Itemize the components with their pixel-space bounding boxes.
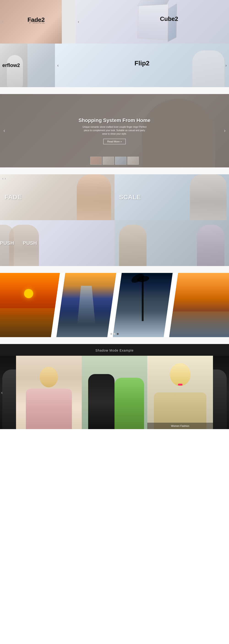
grid-push2-box [114,220,229,266]
demo-flip2-box: ‹ Flip2 › [55,44,229,87]
demo-fade2-box: ‹ Fade2 Fade2 [0,0,62,44]
landscape-strip-4 [169,273,229,337]
shadow-gallery: ‹ [0,356,229,429]
shadow-item-5 [213,356,229,429]
grid-push1-box: PUSH PUSH [0,220,114,266]
grid-push2-label-inline: PUSH [23,240,37,246]
hero-content: Shopping System From Home Unique romanti… [0,94,229,168]
grid-fade-right-arrow[interactable]: › [5,176,6,180]
hero-thumb-4[interactable] [127,157,139,165]
hero-subtitle: Unique romantic stone crafted lover coup… [82,125,147,136]
flip2-label: Flip2 [134,60,149,67]
flip2-right-arrow[interactable]: › [225,63,227,68]
grid-fade-box: ‹ › FADE [0,174,114,220]
hero-nav-left[interactable]: ‹ [3,128,5,134]
hero-thumb-2[interactable] [103,157,114,165]
grid-fade-label: FADE [4,194,22,201]
demo-overflow2-box: erflow2 [0,44,27,87]
hero-thumb-3[interactable] [115,157,126,165]
gap-3 [0,266,229,273]
shadow-title: Shadow Mode Example [0,348,229,352]
flip2-left-arrow[interactable]: ‹ [57,63,59,68]
shadow-item-3 [82,356,148,429]
shadow-nav-left[interactable]: ‹ [1,390,3,395]
grid-push1-label: PUSH [0,240,14,246]
landscape-dot-1[interactable] [110,333,112,335]
women-fashion-caption: Women Fashion [147,423,213,429]
grid-scale-label: SCALE [119,194,141,201]
grid-sliders: ‹ › FADE SCALE PUSH PUSH [0,174,229,266]
gap-4 [0,337,229,344]
landscape-dot-3[interactable] [117,333,119,335]
hero-slider: ‹ Shopping System From Home Unique roman… [0,94,229,168]
gap-2 [0,168,229,174]
grid-fade-nav: ‹ › [2,176,6,180]
cube2-left-arrow[interactable]: ‹ [78,20,79,24]
grid-scale-box: SCALE [114,174,229,220]
landscape-strip-1 [0,273,60,337]
hero-title: Shopping System From Home [79,118,150,124]
shadow-item-2 [16,356,82,429]
landscape-strip-2 [56,273,116,337]
hero-nav-right[interactable]: › [224,128,226,134]
grid-fade-left-arrow[interactable]: ‹ [2,176,3,180]
cube2-label: Cube2 [160,15,178,22]
hero-thumb-1[interactable] [90,157,102,165]
hero-thumbnails [90,157,139,165]
landscape-dot-2[interactable] [114,333,115,335]
hero-read-more-button[interactable]: Read More » [103,139,126,144]
demo-nurses-box [27,44,55,87]
landscape-dots [110,333,119,335]
demo-cube2-box: ‹ Cube2 [76,0,229,44]
section-slider-demos: ‹ Fade2 Fade2 ‹ Cube2 [0,0,229,87]
gap-1 [0,87,229,94]
overflow2-label: erflow2 [2,62,20,68]
landscape-strip-3 [113,273,173,337]
landscape-section [0,273,229,337]
shadow-item-4: Women Fashion [147,356,213,429]
fade2-label-text: Fade2 [27,16,45,23]
shadow-section: Shadow Mode Example ‹ [0,344,229,429]
